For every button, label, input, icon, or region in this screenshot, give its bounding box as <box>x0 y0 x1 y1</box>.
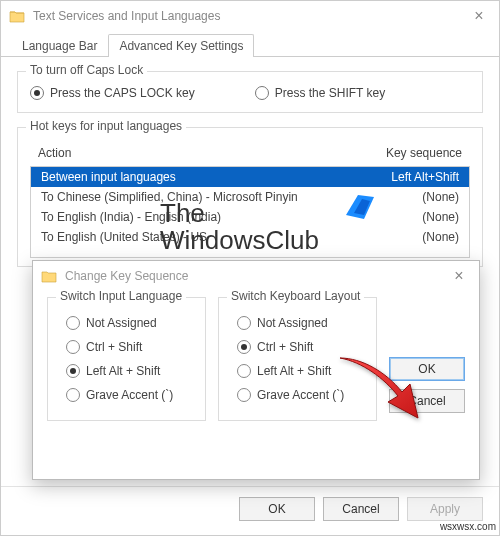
radio-icon <box>66 340 80 354</box>
radio-icon <box>66 388 80 402</box>
group-label: Switch Keyboard Layout <box>227 289 364 303</box>
list-item-seq: Left Alt+Shift <box>369 170 459 184</box>
list-item-action: To English (India) - English (India) <box>41 210 369 224</box>
dialog-title: Change Key Sequence <box>65 269 447 283</box>
list-item[interactable]: To Chinese (Simplified, China) - Microso… <box>31 187 469 207</box>
col-seq-header: Key sequence <box>362 146 462 160</box>
window-icon <box>41 269 57 283</box>
radio-label: Ctrl + Shift <box>86 340 142 354</box>
change-key-sequence-dialog: Change Key Sequence × Switch Input Langu… <box>32 260 480 480</box>
col-action-header: Action <box>38 146 362 160</box>
hotkeys-listbox[interactable]: Between input languages Left Alt+Shift T… <box>30 166 470 258</box>
radio-ctrl-shift[interactable]: Ctrl + Shift <box>237 340 358 354</box>
list-item-action: Between input languages <box>41 170 369 184</box>
list-header: Action Key sequence <box>30 142 470 166</box>
radio-icon <box>66 316 80 330</box>
dialog-buttons: OK Cancel <box>389 297 465 421</box>
window-icon <box>9 9 25 23</box>
cancel-button[interactable]: Cancel <box>389 389 465 413</box>
radio-label: Press the CAPS LOCK key <box>50 86 195 100</box>
ok-button[interactable]: OK <box>239 497 315 521</box>
list-item[interactable]: Between input languages Left Alt+Shift <box>31 167 469 187</box>
dialog-titlebar: Change Key Sequence × <box>33 261 479 291</box>
radio-grave-accent[interactable]: Grave Accent (`) <box>66 388 187 402</box>
radio-icon <box>237 388 251 402</box>
tabstrip: Language Bar Advanced Key Settings <box>1 31 499 57</box>
cancel-button[interactable]: Cancel <box>323 497 399 521</box>
close-icon[interactable]: × <box>447 267 471 285</box>
apply-button[interactable]: Apply <box>407 497 483 521</box>
tab-language-bar[interactable]: Language Bar <box>11 34 108 56</box>
ok-button[interactable]: OK <box>389 357 465 381</box>
radio-icon <box>255 86 269 100</box>
titlebar: Text Services and Input Languages × <box>1 1 499 31</box>
radio-capslock-key[interactable]: Press the CAPS LOCK key <box>30 86 195 100</box>
list-item-seq: (None) <box>369 190 459 204</box>
radio-icon <box>237 364 251 378</box>
radio-not-assigned[interactable]: Not Assigned <box>66 316 187 330</box>
list-item-action: To English (United States) - US <box>41 230 369 244</box>
close-icon[interactable]: × <box>467 7 491 25</box>
radio-left-alt-shift[interactable]: Left Alt + Shift <box>66 364 187 378</box>
radio-label: Grave Accent (`) <box>257 388 344 402</box>
radio-ctrl-shift[interactable]: Ctrl + Shift <box>66 340 187 354</box>
radio-not-assigned[interactable]: Not Assigned <box>237 316 358 330</box>
hotkeys-group: Hot keys for input languages Action Key … <box>17 127 483 267</box>
radio-label: Left Alt + Shift <box>257 364 331 378</box>
list-item-seq: (None) <box>369 230 459 244</box>
radio-label: Ctrl + Shift <box>257 340 313 354</box>
hotkeys-group-label: Hot keys for input languages <box>26 119 186 133</box>
radio-label: Grave Accent (`) <box>86 388 173 402</box>
radio-label: Not Assigned <box>257 316 328 330</box>
dialog-footer: OK Cancel Apply <box>1 486 499 535</box>
radio-label: Not Assigned <box>86 316 157 330</box>
list-item[interactable]: To English (India) - English (India) (No… <box>31 207 469 227</box>
list-item-action: To Chinese (Simplified, China) - Microso… <box>41 190 369 204</box>
radio-icon <box>237 340 251 354</box>
source-watermark: wsxwsx.com <box>440 521 496 532</box>
tab-advanced-key-settings[interactable]: Advanced Key Settings <box>108 34 254 57</box>
radio-shift-key[interactable]: Press the SHIFT key <box>255 86 385 100</box>
window-title: Text Services and Input Languages <box>33 9 467 23</box>
dialog-body: Switch Input Language Not Assigned Ctrl … <box>33 291 479 431</box>
radio-label: Press the SHIFT key <box>275 86 385 100</box>
radio-left-alt-shift[interactable]: Left Alt + Shift <box>237 364 358 378</box>
switch-input-language-group: Switch Input Language Not Assigned Ctrl … <box>47 297 206 421</box>
radio-icon <box>66 364 80 378</box>
group-label: Switch Input Language <box>56 289 186 303</box>
radio-icon <box>30 86 44 100</box>
tab-body: To turn off Caps Lock Press the CAPS LOC… <box>1 57 499 289</box>
radio-grave-accent[interactable]: Grave Accent (`) <box>237 388 358 402</box>
capslock-group: To turn off Caps Lock Press the CAPS LOC… <box>17 71 483 113</box>
radio-label: Left Alt + Shift <box>86 364 160 378</box>
radio-icon <box>237 316 251 330</box>
list-item[interactable]: To English (United States) - US (None) <box>31 227 469 247</box>
list-item-seq: (None) <box>369 210 459 224</box>
capslock-group-label: To turn off Caps Lock <box>26 63 147 77</box>
switch-keyboard-layout-group: Switch Keyboard Layout Not Assigned Ctrl… <box>218 297 377 421</box>
